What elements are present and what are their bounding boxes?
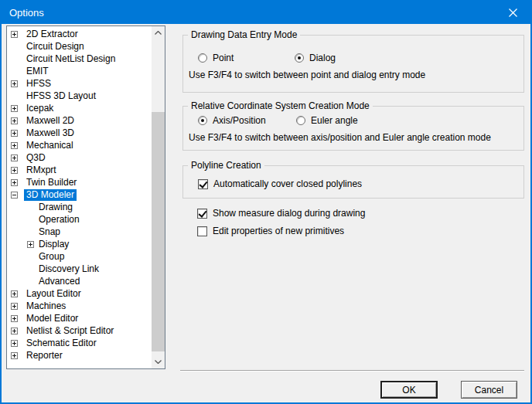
- expand-plus-icon[interactable]: [27, 241, 34, 248]
- cancel-button[interactable]: Cancel: [461, 381, 517, 399]
- expand-plus-icon[interactable]: [11, 179, 18, 186]
- expand-plus-icon[interactable]: [11, 105, 18, 112]
- groupbox-polyline-creation: Polyline Creation Automatically cover cl…: [182, 165, 524, 199]
- scroll-down-button[interactable]: [152, 355, 165, 368]
- tree-item-2d-extractor[interactable]: 2D Extractor: [7, 28, 151, 40]
- chevron-down-icon: [155, 360, 162, 364]
- radio-label: Euler angle: [311, 115, 358, 126]
- tree-item-label[interactable]: Advanced: [36, 276, 82, 287]
- tree-item-label[interactable]: Operation: [36, 214, 82, 226]
- tree-item-label[interactable]: Circuit NetList Design: [24, 53, 118, 65]
- options-tree: 2D ExtractorCircuit DesignCircuit NetLis…: [6, 25, 165, 369]
- groupbox-title: Polyline Creation: [188, 160, 264, 171]
- radio-button-icon: [198, 53, 207, 63]
- expand-plus-icon[interactable]: [11, 290, 18, 297]
- expand-plus-icon[interactable]: [11, 167, 18, 174]
- tree-item-label[interactable]: Maxwell 3D: [24, 127, 77, 139]
- checkbox-automatically-cover-closed-polylines[interactable]: Automatically cover closed polylines: [198, 178, 362, 189]
- chevron-up-icon: [155, 31, 162, 35]
- tree-item-label[interactable]: Circuit Design: [24, 41, 87, 53]
- radio-axis-position[interactable]: Axis/Position: [198, 115, 266, 126]
- expand-plus-icon[interactable]: [11, 130, 18, 137]
- tree-item-layout-editor[interactable]: Layout Editor: [7, 287, 151, 300]
- options-dialog: Options 2D ExtractorCircuit DesignCircui…: [0, 0, 532, 404]
- tree-item-label[interactable]: Snap: [36, 226, 63, 238]
- expand-plus-icon[interactable]: [11, 328, 18, 334]
- tree-item-circuit-design[interactable]: Circuit Design: [7, 40, 151, 53]
- tree-item-label[interactable]: Icepak: [24, 103, 56, 114]
- tree-item-discovery-link[interactable]: Discovery Link: [7, 263, 151, 275]
- checkbox-label: Edit properties of new primitives: [213, 226, 344, 236]
- tree-item-label[interactable]: Group: [36, 251, 66, 263]
- tree-item-label[interactable]: Twin Builder: [24, 177, 79, 188]
- tree-item-label[interactable]: Display: [36, 239, 71, 250]
- checkbox-label: Automatically cover closed polylines: [213, 178, 362, 189]
- radio-point[interactable]: Point: [198, 53, 234, 63]
- tree-item-icepak[interactable]: Icepak: [7, 102, 151, 114]
- button-separator: [180, 370, 524, 372]
- tree-item-label[interactable]: Netlist & Script Editor: [24, 325, 116, 337]
- tree-item-display[interactable]: Display: [7, 238, 151, 250]
- tree-item-model-editor[interactable]: Model Editor: [7, 312, 151, 324]
- expand-plus-icon[interactable]: [11, 117, 18, 124]
- expand-plus-icon[interactable]: [11, 303, 18, 310]
- tree-item-netlist-script-editor[interactable]: Netlist & Script Editor: [7, 324, 151, 337]
- window-title: Options: [9, 7, 44, 19]
- tree-item-reporter[interactable]: Reporter: [7, 349, 151, 362]
- tree-item-label[interactable]: Model Editor: [24, 313, 80, 324]
- checkbox-show-measure-dialog[interactable]: Show measure dialog during drawing: [197, 208, 365, 219]
- tree-item-label[interactable]: 2D Extractor: [24, 29, 80, 40]
- tree-item-snap[interactable]: Snap: [7, 226, 151, 238]
- tree-item-3d-modeler[interactable]: 3D Modeler: [7, 188, 151, 201]
- scrollbar-thumb[interactable]: [152, 112, 165, 351]
- tree-scrollbar[interactable]: [152, 26, 165, 368]
- tree-item-drawing[interactable]: Drawing: [7, 201, 151, 213]
- ok-button[interactable]: OK: [380, 381, 438, 399]
- tree-item-operation[interactable]: Operation: [7, 213, 151, 226]
- tree-item-label[interactable]: HFSS 3D Layout: [24, 90, 98, 102]
- expand-plus-icon[interactable]: [11, 142, 18, 149]
- expand-plus-icon[interactable]: [11, 31, 18, 38]
- expand-plus-icon[interactable]: [11, 154, 18, 161]
- expand-plus-icon[interactable]: [11, 315, 18, 322]
- tree-item-schematic-editor[interactable]: Schematic Editor: [7, 337, 151, 349]
- radio-dialog[interactable]: Dialog: [295, 53, 336, 63]
- tree-item-label[interactable]: 3D Modeler: [24, 189, 77, 201]
- tree-item-q3d[interactable]: Q3D: [7, 151, 151, 164]
- tree-item-label[interactable]: Machines: [24, 300, 68, 312]
- scroll-up-button[interactable]: [152, 26, 165, 39]
- tree-item-group[interactable]: Group: [7, 250, 151, 263]
- tree-item-label[interactable]: Maxwell 2D: [24, 115, 77, 127]
- tree-item-label[interactable]: Discovery Link: [36, 263, 101, 275]
- tree-item-label[interactable]: Mechanical: [24, 140, 76, 151]
- tree-item-rmxprt[interactable]: RMxprt: [7, 164, 151, 176]
- tree-item-label[interactable]: HFSS: [24, 78, 53, 90]
- titlebar[interactable]: Options: [2, 2, 530, 24]
- tree-item-maxwell-3d[interactable]: Maxwell 3D: [7, 127, 151, 139]
- checkbox-label: Show measure dialog during drawing: [213, 208, 365, 219]
- expand-plus-icon[interactable]: [11, 352, 18, 359]
- expand-plus-icon[interactable]: [11, 340, 18, 347]
- tree-item-advanced[interactable]: Advanced: [7, 275, 151, 287]
- tree-item-label[interactable]: Q3D: [24, 152, 48, 164]
- tree-item-hfss[interactable]: HFSS: [7, 77, 151, 90]
- radio-button-icon: [295, 53, 304, 63]
- tree-item-twin-builder[interactable]: Twin Builder: [7, 176, 151, 188]
- tree-item-label[interactable]: Schematic Editor: [24, 338, 99, 349]
- tree-item-maxwell-2d[interactable]: Maxwell 2D: [7, 114, 151, 127]
- tree-item-label[interactable]: EMIT: [24, 66, 51, 77]
- checkbox-edit-properties-new-primitives[interactable]: Edit properties of new primitives: [197, 226, 344, 236]
- expand-plus-icon[interactable]: [11, 80, 18, 87]
- tree-item-emit[interactable]: EMIT: [7, 65, 151, 77]
- tree-item-mechanical[interactable]: Mechanical: [7, 139, 151, 151]
- collapse-minus-icon[interactable]: [11, 192, 18, 199]
- tree-item-hfss-3d-layout[interactable]: HFSS 3D Layout: [7, 90, 151, 102]
- tree-item-machines[interactable]: Machines: [7, 300, 151, 312]
- close-button[interactable]: [496, 2, 530, 24]
- tree-item-label[interactable]: Layout Editor: [24, 288, 84, 300]
- tree-item-label[interactable]: RMxprt: [24, 165, 59, 176]
- tree-item-label[interactable]: Reporter: [24, 350, 65, 362]
- radio-euler-angle[interactable]: Euler angle: [296, 115, 358, 126]
- tree-item-circuit-netlist-design[interactable]: Circuit NetList Design: [7, 53, 151, 65]
- tree-item-label[interactable]: Drawing: [36, 202, 75, 213]
